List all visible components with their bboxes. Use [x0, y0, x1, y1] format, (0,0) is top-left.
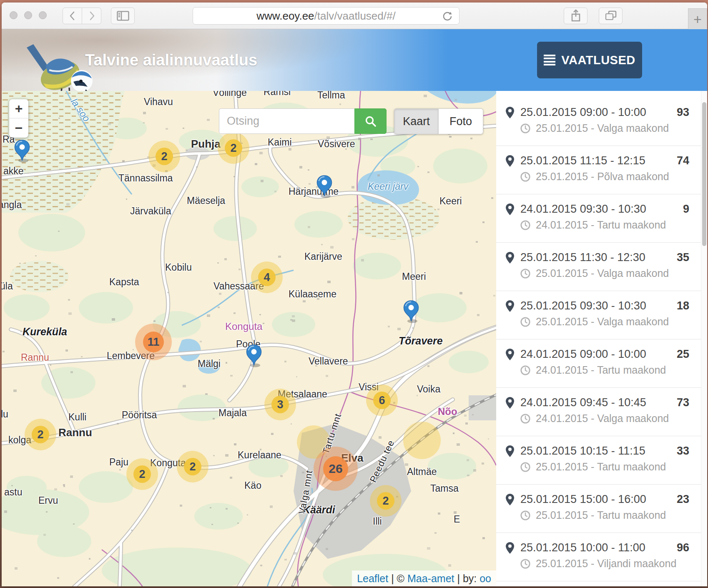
map-label: Võllinge — [213, 91, 247, 98]
observation-item[interactable]: 24.01.2015 09:00 - 10:002524.01.2015 - T… — [496, 339, 701, 388]
url-field[interactable]: www.eoy.ee/talv/vaatlused/#/ — [193, 7, 459, 25]
observation-item[interactable]: 24.01.2015 09:45 - 10:457324.01.2015 - V… — [496, 388, 701, 436]
map-label: Meeri — [402, 271, 426, 282]
map-label: Kurelaane — [238, 450, 281, 461]
new-tab-button[interactable]: + — [688, 8, 707, 29]
back-button[interactable] — [63, 8, 82, 24]
observation-count: 93 — [677, 106, 689, 119]
observation-count: 73 — [677, 396, 689, 409]
location-pin-icon — [506, 107, 514, 118]
cluster-marker[interactable]: 3 — [271, 396, 289, 413]
location-pin-icon — [506, 397, 514, 409]
clock-icon — [520, 365, 530, 375]
map-label: Kaimi — [268, 137, 292, 148]
clock-icon — [520, 123, 530, 133]
cluster-marker[interactable]: 6 — [373, 392, 391, 409]
plus-icon: + — [693, 12, 702, 26]
map-label: akke — [3, 166, 24, 177]
map-label: Paju — [109, 457, 128, 468]
attribution-link[interactable]: Maa-amet — [407, 573, 454, 585]
map-label: Keeri järv — [368, 181, 408, 192]
url-host: www.eoy.ee — [256, 10, 314, 23]
cluster-marker[interactable]: 2 — [133, 465, 151, 483]
observation-item[interactable]: 24.01.2015 09:30 - 10:30924.01.2015 - Ta… — [496, 194, 701, 243]
observation-item[interactable]: 25.01.2015 10:00 - 11:009625.01.2015 - V… — [496, 533, 701, 581]
map-label: Keeri — [439, 196, 462, 207]
browser-toolbar: www.eoy.ee/talv/vaatlused/#/ + — [2, 3, 707, 29]
sidebar-scrollbar[interactable] — [701, 91, 707, 586]
map-label: Voika — [417, 384, 440, 395]
observation-title: 25.01.2015 10:00 - 11:00 — [520, 541, 645, 554]
pin-marker[interactable] — [13, 139, 31, 163]
cluster-marker[interactable]: 2 — [184, 458, 201, 475]
reload-button[interactable] — [442, 10, 453, 25]
observation-title: 25.01.2015 09:30 - 10:30 — [520, 299, 646, 312]
pin-marker[interactable] — [245, 344, 263, 367]
location-pin-icon — [506, 349, 514, 360]
map-label: lu — [2, 409, 8, 420]
forward-button[interactable] — [82, 8, 101, 24]
pin-marker[interactable] — [316, 175, 333, 198]
kaart-layer-button[interactable]: Kaart — [394, 108, 439, 134]
zoom-in-button[interactable]: + — [9, 99, 28, 118]
search-button[interactable] — [354, 108, 387, 134]
observation-count: 33 — [677, 445, 689, 457]
zoom-out-button[interactable]: − — [9, 118, 28, 138]
cluster-marker[interactable]: 4 — [258, 269, 276, 286]
observation-item[interactable]: 25.01.2015 10:15 - 11:153325.01.2015 - T… — [496, 436, 701, 485]
observation-item[interactable]: 25.01.2015 15:00 - 16:002325.01.2015 - T… — [496, 485, 701, 533]
observation-item[interactable]: 25.01.2015 09:30 - 10:301825.01.2015 - V… — [496, 291, 701, 339]
cluster-marker[interactable]: 11 — [143, 332, 164, 352]
map-label: astu — [4, 487, 22, 498]
map-label: Tännassilma — [118, 173, 173, 184]
cluster-marker[interactable]: 2 — [156, 148, 173, 165]
map-label: Käo — [244, 480, 261, 491]
cluster-marker[interactable]: 2 — [377, 492, 394, 510]
vaatlused-button-label: VAATLUSED — [561, 53, 635, 67]
map-label: Rannu — [58, 426, 92, 439]
observation-subtitle: 24.01.2015 - Tartu maakond — [536, 219, 666, 231]
traffic-light-minimize-button[interactable] — [24, 11, 32, 19]
clock-icon — [520, 559, 530, 569]
map-label: Altmäe — [407, 466, 437, 477]
clock-icon — [520, 414, 530, 424]
cluster-marker[interactable]: 26 — [323, 456, 348, 481]
observation-count: 74 — [677, 154, 689, 167]
share-button[interactable] — [564, 8, 587, 24]
clock-icon — [520, 269, 530, 279]
traffic-light-close-button[interactable] — [10, 11, 18, 19]
search-input[interactable] — [219, 108, 354, 134]
observation-count: 35 — [677, 251, 689, 264]
scrollbar-thumb[interactable] — [702, 102, 706, 246]
map-label: Majala — [218, 407, 247, 419]
observation-item[interactable]: 25.01.2015 11:15 - 12:157425.01.2015 - P… — [496, 146, 701, 194]
observation-title: 25.01.2015 11:15 - 12:15 — [520, 154, 645, 167]
attribution-separator: | by: — [454, 573, 480, 585]
observation-item[interactable]: 25.01.2015 11:30 - 12:303525.01.2015 - V… — [496, 243, 701, 291]
layer-switcher: KaartFoto — [394, 108, 483, 134]
map-canvas[interactable]: VõllingeRämsiTellmaVihavula sooRaPuhjaKa… — [2, 91, 496, 586]
pin-marker[interactable] — [402, 300, 420, 323]
show-tabs-button[interactable] — [599, 8, 623, 24]
vaatlused-button[interactable]: VAATLUSED — [537, 42, 642, 78]
foto-layer-button[interactable]: Foto — [439, 108, 483, 134]
attribution-separator: | © — [388, 573, 407, 585]
map-label: Kulli — [68, 412, 86, 423]
map-label: Võsivere — [318, 138, 355, 150]
map-label: Tõravere — [399, 335, 443, 347]
sidebar-toggle-button[interactable] — [111, 8, 135, 24]
map-zoom-control: + − — [9, 99, 28, 138]
attribution-link[interactable]: Leaflet — [357, 573, 388, 585]
map-label: Järvaküla — [130, 206, 171, 217]
location-pin-icon — [506, 252, 514, 264]
search-icon — [364, 115, 377, 128]
cluster-marker[interactable]: 2 — [32, 426, 49, 443]
map-label: Kobilu — [165, 262, 192, 273]
attribution-link[interactable]: oo — [480, 573, 491, 585]
traffic-light-zoom-button[interactable] — [39, 11, 47, 19]
observation-item[interactable]: 25.01.2015 09:00 - 10:009325.01.2015 - V… — [496, 98, 701, 146]
map-label: Illi — [373, 516, 382, 527]
map-label: Mälgi — [198, 358, 221, 369]
location-pin-icon — [506, 300, 514, 312]
cluster-marker[interactable]: 2 — [225, 139, 242, 157]
